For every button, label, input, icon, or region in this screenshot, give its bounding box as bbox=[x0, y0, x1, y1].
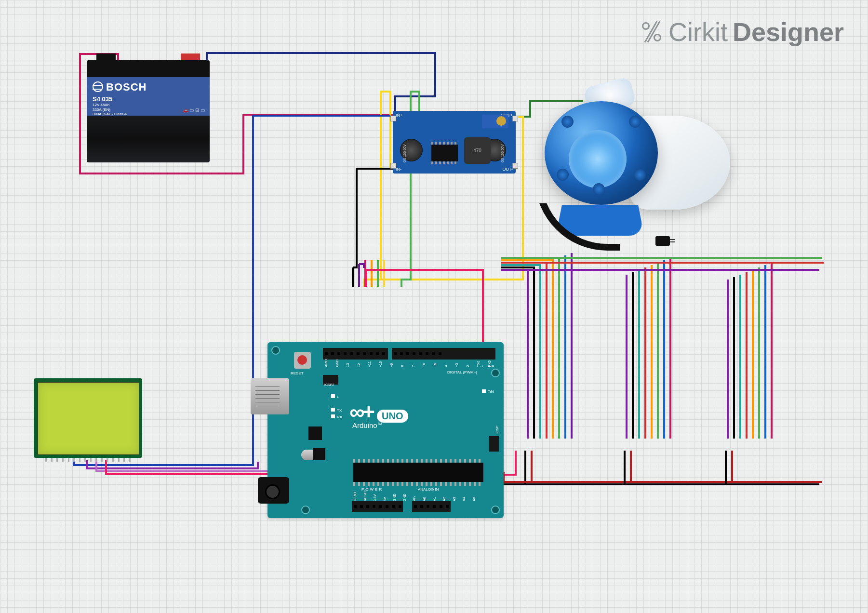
battery-brand: BOSCH bbox=[106, 81, 147, 93]
battery-model: S4 035 bbox=[93, 95, 204, 103]
arduino-barrel-jack[interactable] bbox=[258, 477, 289, 504]
arduino-header-digital-right[interactable] bbox=[392, 348, 495, 360]
buck-pad-out-minus[interactable] bbox=[512, 163, 518, 169]
buck-cap-label1: GS 100 50V bbox=[403, 143, 406, 164]
buck-converter-lm2596[interactable]: IN+ IN- OUT+ OUT- GS 100 50V GS 100 50V … bbox=[393, 111, 516, 173]
siren-blower[interactable] bbox=[545, 87, 733, 241]
siren-plug bbox=[655, 236, 670, 246]
buck-ic-lm2596 bbox=[431, 145, 458, 161]
arduino-mcu-smd bbox=[308, 426, 322, 440]
cirkit-designer-logo: Cirkit Designer bbox=[640, 17, 844, 47]
battery-spec1: 12V 45Ah bbox=[93, 103, 204, 107]
arduino-digital-label: DIGITAL (PWM~) bbox=[447, 370, 477, 374]
battery-label-panel: BOSCH S4 035 12V 45Ah 330A (EN) 300A (SA… bbox=[87, 77, 210, 116]
buck-inductor: 470 bbox=[464, 137, 491, 164]
arduino-icsp-header[interactable] bbox=[489, 436, 499, 452]
arduino-pin-labels-top: AREFGND1312~11~10~987~6~54~32TX0 1RX0 0 bbox=[324, 360, 494, 367]
arduino-header-digital-left[interactable] bbox=[323, 348, 388, 360]
arduino-pin-labels-bottom: IOREFRESET3.3V5VGNDGNDVinA0A1A2A3A4A5 bbox=[352, 496, 477, 500]
arduino-header-analog[interactable] bbox=[412, 501, 451, 512]
arduino-uno[interactable]: RESET ICSP2 L TXRX ∞+UNO ArduinoTM ON DI… bbox=[267, 342, 504, 518]
arduino-analog-label: ANALOG IN bbox=[418, 487, 439, 492]
arduino-regulator bbox=[313, 448, 325, 460]
arduino-atmega328p bbox=[353, 463, 483, 482]
lcd-screen bbox=[38, 382, 139, 455]
buck-pad-out-plus[interactable] bbox=[512, 116, 518, 121]
arduino-usb-port[interactable] bbox=[251, 378, 289, 414]
arduino-icsp2-label: ICSP2 bbox=[324, 383, 334, 386]
buck-label-in-plus: IN+ bbox=[396, 113, 402, 118]
battery-case bbox=[87, 116, 210, 162]
arduino-reset-label: RESET bbox=[291, 371, 304, 375]
buck-cap-label2: GS 100 50V bbox=[501, 143, 504, 164]
arduino-led-l: L bbox=[331, 394, 339, 399]
lcd-pin-header[interactable] bbox=[43, 458, 133, 462]
arduino-on-led: ON bbox=[482, 389, 494, 394]
logo-product: Designer bbox=[733, 17, 844, 47]
arduino-icsp-label: ICSP bbox=[495, 426, 498, 433]
arduino-reset-button[interactable] bbox=[294, 352, 311, 369]
battery-12v[interactable]: BOSCH S4 035 12V 45Ah 330A (EN) 300A (SA… bbox=[87, 60, 210, 157]
battery-terminals bbox=[87, 60, 210, 77]
buck-label-out-minus: OUT- bbox=[503, 167, 513, 172]
lcd-128x64[interactable] bbox=[34, 378, 142, 458]
arduino-tx-rx-leds: TXRX bbox=[331, 407, 342, 421]
cirkit-icon bbox=[640, 20, 664, 44]
logo-brand: Cirkit bbox=[668, 17, 728, 47]
arduino-header-power[interactable] bbox=[352, 501, 403, 512]
buck-trimpot[interactable] bbox=[482, 115, 508, 128]
buck-label-in-minus: IN- bbox=[396, 167, 401, 172]
siren-globe bbox=[545, 101, 658, 205]
arduino-brand-marking: ∞+UNO ArduinoTM bbox=[349, 400, 408, 429]
